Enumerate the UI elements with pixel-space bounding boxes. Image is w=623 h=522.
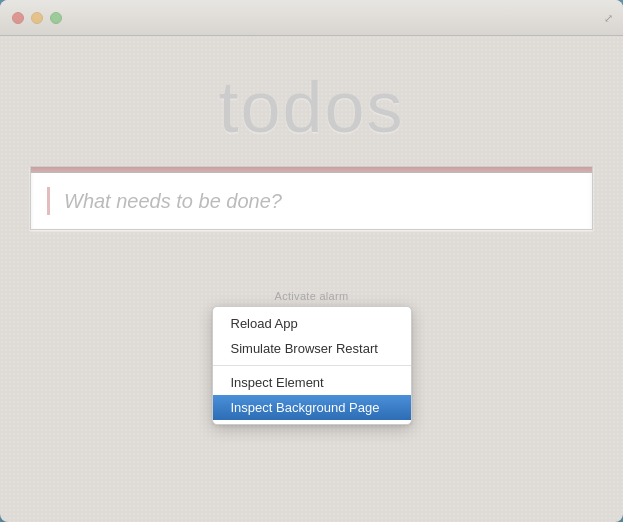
todo-input-area: What needs to be done? — [30, 166, 593, 230]
minimize-button[interactable] — [31, 12, 43, 24]
menu-item-simulate-browser-restart[interactable]: Simulate Browser Restart — [213, 336, 411, 361]
main-content: todos What needs to be done? — [0, 36, 623, 260]
traffic-lights — [12, 12, 62, 24]
input-row: What needs to be done? — [31, 173, 592, 229]
titlebar: ⤢ — [0, 0, 623, 36]
input-left-accent — [47, 187, 50, 215]
context-menu: Reload App Simulate Browser Restart Insp… — [212, 306, 412, 425]
menu-item-inspect-element[interactable]: Inspect Element — [213, 370, 411, 395]
input-placeholder[interactable]: What needs to be done? — [64, 190, 282, 213]
expand-icon[interactable]: ⤢ — [604, 11, 613, 24]
menu-divider — [213, 365, 411, 366]
context-menu-container: Activate alarm Reload App Simulate Brows… — [212, 290, 412, 425]
menu-item-reload-app[interactable]: Reload App — [213, 311, 411, 336]
app-window: ⤢ todos What needs to be done? Activate … — [0, 0, 623, 522]
maximize-button[interactable] — [50, 12, 62, 24]
context-menu-trigger-label: Activate alarm — [275, 290, 349, 302]
app-title: todos — [30, 66, 593, 148]
menu-item-inspect-background-page[interactable]: Inspect Background Page — [213, 395, 411, 420]
close-button[interactable] — [12, 12, 24, 24]
